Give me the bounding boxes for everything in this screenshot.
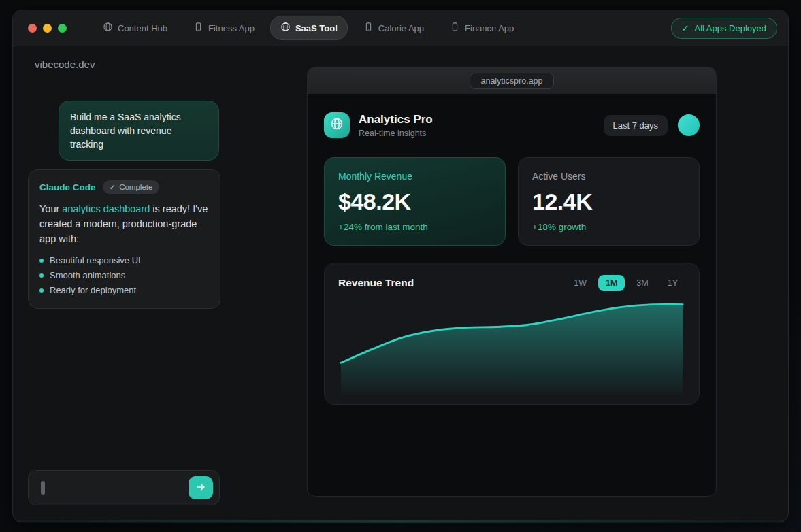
tab-label: Calorie App [378, 23, 424, 33]
phone-icon [193, 22, 203, 34]
globe-icon [103, 22, 113, 34]
list-item: Ready for deployment [39, 283, 209, 298]
stat-delta: +18% growth [532, 222, 685, 232]
stat-label: Monthly Revenue [338, 171, 491, 182]
deploy-status-label: All Apps Deployed [694, 23, 766, 33]
stats-row: Monthly Revenue $48.2K +24% from last mo… [324, 157, 700, 246]
reply-text: Your [39, 203, 62, 214]
desktop-background: Content Hub Fitness App SaaS Tool Calori… [0, 0, 801, 532]
range-button-1m[interactable]: 1M [598, 275, 625, 291]
chart-range-selector: 1W 1M 3M 1Y [566, 275, 685, 291]
avatar[interactable] [678, 114, 700, 136]
arrow-right-icon [195, 482, 206, 495]
feature-label: Ready for deployment [50, 283, 136, 298]
analytics-dashboard-link[interactable]: analytics dashboard [62, 203, 150, 214]
range-button-1w[interactable]: 1W [566, 275, 594, 291]
assistant-message-card: Claude Code ✓ Complete Your analytics da… [28, 169, 220, 309]
status-label: Complete [119, 183, 152, 191]
preview-content: Analytics Pro Real-time insights Last 7 … [308, 95, 716, 405]
deploy-status-badge[interactable]: ✓ All Apps Deployed [671, 18, 777, 39]
tab-label: SaaS Tool [295, 23, 338, 33]
app-header: Analytics Pro Real-time insights Last 7 … [324, 112, 700, 138]
range-button-1y[interactable]: 1Y [660, 275, 685, 291]
check-icon: ✓ [682, 23, 689, 33]
stat-value: $48.2K [338, 188, 491, 215]
chart-title: Revenue Trend [338, 277, 414, 289]
app-tabs: Content Hub Fitness App SaaS Tool Calori… [93, 16, 524, 40]
brand-label: vibecode.dev [35, 59, 95, 70]
preview-titlebar: analyticspro.app [308, 67, 716, 95]
list-item: Beautiful responsive UI [39, 253, 209, 268]
tab-calorie-app[interactable]: Calorie App [353, 16, 434, 40]
stat-card-monthly-revenue: Monthly Revenue $48.2K +24% from last mo… [324, 157, 506, 246]
list-item: Smooth animations [39, 268, 209, 283]
text-cursor [41, 481, 45, 495]
window-body: vibecode.dev Build me a SaaS analytics d… [13, 46, 788, 522]
user-message-text: Build me a SaaS analytics dashboard with… [70, 112, 181, 150]
phone-icon [450, 22, 460, 34]
tab-label: Finance App [465, 23, 514, 33]
revenue-area [341, 304, 683, 395]
tab-content-hub[interactable]: Content Hub [93, 16, 178, 40]
app-preview-window: analyticspro.app Analytics Pro Real-time… [307, 67, 717, 497]
send-button[interactable] [189, 476, 213, 499]
revenue-trend-card: Revenue Trend 1W 1M 3M 1Y [324, 263, 700, 405]
globe-icon [280, 22, 291, 34]
stat-value: 12.4K [532, 188, 685, 215]
traffic-lights [28, 24, 67, 33]
app-subtitle: Real-time insights [359, 129, 433, 138]
vibecode-window: Content Hub Fitness App SaaS Tool Calori… [12, 10, 789, 522]
chat-input[interactable] [28, 470, 220, 505]
close-window-button[interactable] [28, 24, 37, 33]
stat-delta: +24% from last month [338, 222, 491, 232]
app-logo [324, 112, 350, 138]
assistant-message-text: Your analytics dashboard is ready! I've … [39, 201, 209, 246]
check-icon: ✓ [110, 182, 116, 192]
window-titlebar: Content Hub Fitness App SaaS Tool Calori… [13, 10, 788, 46]
bullet-dot-icon [39, 273, 44, 278]
tab-finance-app[interactable]: Finance App [440, 16, 524, 40]
minimize-window-button[interactable] [43, 24, 52, 33]
bullet-dot-icon [39, 259, 44, 263]
date-range-button[interactable]: Last 7 days [604, 115, 668, 136]
assistant-name: Claude Code [39, 182, 96, 193]
phone-icon [363, 22, 374, 34]
globe-icon [330, 117, 344, 133]
app-name: Analytics Pro [359, 113, 433, 127]
tab-label: Content Hub [118, 23, 167, 33]
address-bar[interactable]: analyticspro.app [470, 73, 553, 89]
bullet-dot-icon [39, 288, 44, 293]
tab-label: Fitness App [208, 23, 255, 33]
feature-label: Smooth animations [50, 268, 125, 283]
feature-label: Beautiful responsive UI [50, 253, 141, 268]
tab-fitness-app[interactable]: Fitness App [183, 16, 265, 40]
range-button-3m[interactable]: 3M [629, 275, 655, 291]
user-message-bubble: Build me a SaaS analytics dashboard with… [59, 101, 219, 161]
feature-list: Beautiful responsive UI Smooth animation… [39, 253, 209, 298]
status-badge: ✓ Complete [103, 180, 160, 194]
tab-saas-tool[interactable]: SaaS Tool [270, 16, 348, 40]
maximize-window-button[interactable] [58, 24, 67, 33]
stat-label: Active Users [532, 171, 685, 182]
stat-card-active-users: Active Users 12.4K +18% growth [518, 157, 700, 246]
revenue-trend-chart [338, 295, 685, 395]
